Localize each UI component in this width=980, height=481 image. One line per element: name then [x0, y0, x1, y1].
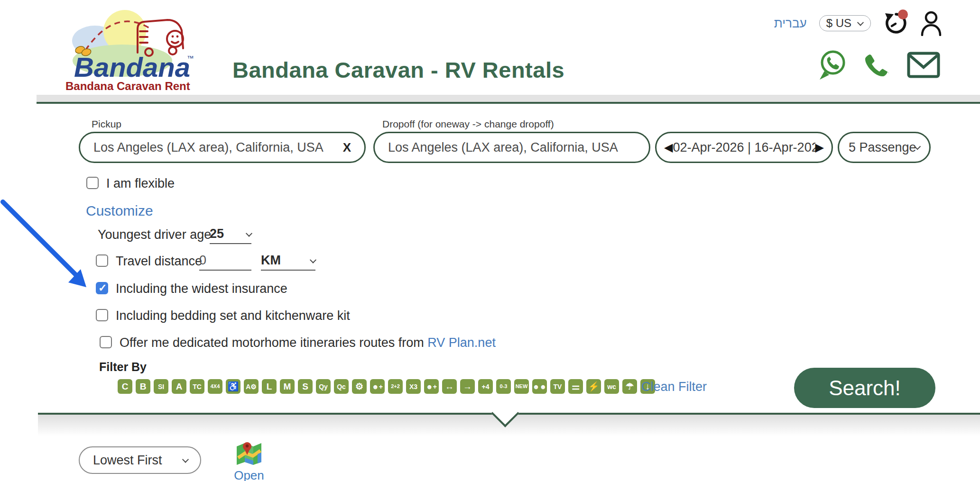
search-button[interactable]: Search! — [794, 368, 935, 408]
chevron-down-icon — [857, 19, 864, 26]
tv-icon[interactable]: TV — [550, 379, 565, 394]
dropoff-value: Los Angeles (LAX area), California, USA — [388, 140, 618, 155]
clean-filter-link[interactable]: Clean Filter — [641, 380, 707, 394]
travel-distance-label: Travel distance — [116, 254, 202, 269]
pickup-label: Pickup — [92, 118, 121, 130]
logo-brand-text: Bandana — [74, 52, 190, 82]
vehicle-length-icon[interactable]: ↔ — [442, 379, 457, 394]
date-range-picker[interactable]: ◀ 02-Apr-2026 | 16-Apr-2026 ▶ — [655, 132, 833, 163]
open-map-label: Open Map — [223, 468, 275, 481]
pickup-input[interactable]: Los Angeles (LAX area), California, USA … — [79, 132, 366, 163]
rv-plan-link[interactable]: RV Plan.net — [427, 336, 496, 350]
next-date-icon[interactable]: ▶ — [815, 142, 824, 153]
power-icon[interactable]: ⚡ — [586, 379, 601, 394]
pickup-value: Los Angeles (LAX area), California, USA — [93, 140, 324, 155]
ages-0-3-icon[interactable]: 0-3 — [496, 379, 511, 394]
email-icon — [907, 52, 940, 78]
currency-value: $ US — [826, 17, 851, 30]
distance-unit-value: KM — [261, 253, 281, 268]
header-divider — [37, 95, 980, 102]
currency-select[interactable]: $ US — [819, 15, 871, 31]
passengers-select[interactable]: 5 Passengers — [838, 132, 931, 163]
seats-x3-icon[interactable]: X3 — [406, 379, 421, 394]
date-range-value: 02-Apr-2026 | 16-Apr-2026 — [673, 140, 815, 155]
customize-link[interactable]: Customize — [86, 203, 153, 219]
dropoff-input[interactable]: Los Angeles (LAX area), California, USA — [373, 132, 650, 163]
chevron-down-icon — [182, 456, 189, 463]
bedding-label: Including bedding set and kitchenware ki… — [116, 309, 350, 323]
driver-age-select[interactable]: 25 — [210, 227, 251, 244]
whatsapp-button[interactable] — [818, 49, 847, 82]
logo-tm: ™ — [187, 54, 194, 62]
travel-distance-input[interactable]: 0 — [199, 253, 251, 271]
filter-by-label: Filter By — [99, 360, 147, 374]
travel-distance-checkbox[interactable] — [96, 254, 108, 267]
header-divider-line — [37, 102, 980, 104]
logo-art-icon: Bandana ™ Bandana Caravan Rent — [61, 3, 204, 94]
seats-2plus2-icon[interactable]: 2+2 — [388, 379, 403, 394]
prev-date-icon[interactable]: ◀ — [664, 142, 673, 153]
map-icon — [236, 441, 262, 465]
flexible-checkbox[interactable] — [86, 177, 99, 189]
whatsapp-icon — [818, 49, 847, 81]
user-icon — [919, 10, 943, 36]
email-button[interactable] — [907, 52, 940, 80]
size-small-icon[interactable]: S — [298, 379, 313, 394]
open-map-button[interactable]: Open Map — [223, 441, 275, 481]
quality-c-icon[interactable]: Qc — [334, 379, 349, 394]
bedding-checkbox[interactable] — [96, 309, 108, 321]
extra-driver-icon[interactable]: ☻+ — [370, 379, 385, 394]
dropoff-label: Dropoff (for oneway -> change dropoff) — [382, 118, 554, 130]
logo[interactable]: Bandana ™ Bandana Caravan Rent — [61, 3, 204, 94]
passengers-value: 5 Passengers — [849, 140, 915, 155]
quality-y-icon[interactable]: Qy — [316, 379, 331, 394]
clear-pickup-button[interactable]: X — [343, 140, 351, 155]
page-title: Bandana Caravan - RV Rentals — [232, 57, 612, 83]
insurance-checkbox[interactable] — [96, 282, 108, 294]
topbar: עברית $ US — [774, 10, 943, 36]
driver-age-label: Youngest driver age — [98, 227, 211, 242]
size-medium-icon[interactable]: M — [280, 379, 295, 394]
chevron-down-icon — [310, 256, 316, 263]
history-button[interactable] — [883, 11, 907, 35]
child-seat-icon[interactable]: ☻+ — [424, 379, 439, 394]
flexible-label: I am flexible — [106, 176, 175, 191]
language-link[interactable]: עברית — [774, 16, 807, 31]
phone-button[interactable] — [863, 52, 891, 80]
bed-icon[interactable]: ⚌ — [568, 379, 583, 394]
itineraries-checkbox[interactable] — [100, 336, 112, 348]
notification-badge — [898, 9, 908, 19]
class-b-icon[interactable]: B — [136, 379, 150, 394]
sort-value: Lowest First — [93, 453, 162, 468]
class-si-icon[interactable]: SI — [154, 379, 168, 394]
oneway-icon[interactable]: → — [460, 379, 475, 394]
annotation-arrow-icon — [0, 194, 95, 294]
plus-4-berths-icon[interactable]: +4 — [478, 379, 493, 394]
passengers-icon[interactable]: ☻☻ — [532, 379, 547, 394]
wheelchair-accessible-icon[interactable]: ♿ — [226, 379, 240, 394]
wc-icon[interactable]: wc — [604, 379, 619, 394]
gear-icon[interactable]: ⚙ — [352, 379, 367, 394]
contact-bar — [818, 49, 940, 82]
class-a-icon[interactable]: A — [172, 379, 186, 394]
distance-unit-select[interactable]: KM — [261, 253, 315, 271]
automatic-transmission-icon[interactable]: A⚙ — [244, 379, 259, 394]
class-tc-icon[interactable]: TC — [190, 379, 204, 394]
driver-age-value: 25 — [210, 227, 224, 241]
four-wheel-drive-icon[interactable]: 4X4 — [208, 379, 222, 394]
sort-select[interactable]: Lowest First — [79, 446, 201, 474]
shower-icon[interactable]: ☂ — [622, 379, 637, 394]
account-button[interactable] — [919, 10, 943, 36]
chevron-down-icon — [246, 230, 252, 236]
class-c-icon[interactable]: C — [118, 379, 132, 394]
new-vehicle-icon[interactable]: NEW — [514, 379, 529, 394]
phone-icon — [863, 52, 891, 78]
size-large-icon[interactable]: L — [262, 379, 277, 394]
itineraries-label: Offer me dedicated motorhome itineraries… — [120, 336, 424, 350]
logo-subtitle: Bandana Caravan Rent — [65, 80, 190, 92]
insurance-label: Including the widest insurance — [116, 281, 287, 296]
page: Bandana ™ Bandana Caravan Rent Bandana C… — [0, 0, 980, 481]
filter-icon-row: CBSIATC4X4♿A⚙LMSQyQc⚙☻+2+2X3☻+↔→+40-3NEW… — [118, 379, 639, 394]
